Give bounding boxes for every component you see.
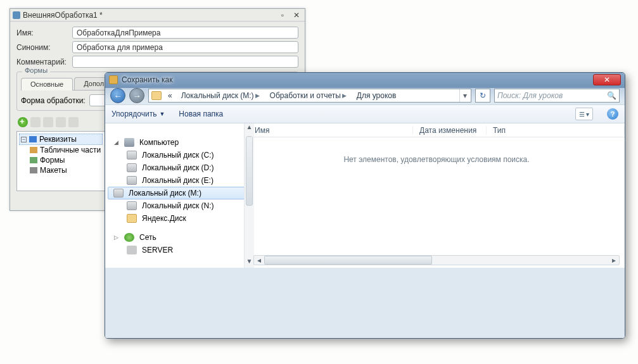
col-date[interactable]: Дата изменения bbox=[413, 126, 487, 135]
dialog-title: Сохранить как bbox=[122, 75, 593, 84]
filename-label: Имя файла: bbox=[117, 277, 174, 286]
designer-titlebar[interactable]: ВнешняяОбработка1 * ▫ ✕ bbox=[10, 9, 305, 22]
chevron-up-icon: ˄ bbox=[117, 322, 127, 332]
nav-yadisk[interactable]: Яндекс.Диск bbox=[105, 212, 248, 225]
view-mode-button[interactable]: ☰ ▾ bbox=[575, 108, 593, 120]
horizontal-scrollbar[interactable]: ◂▸ bbox=[253, 255, 620, 265]
add-icon[interactable] bbox=[18, 117, 28, 127]
nav-disk-c[interactable]: Локальный диск (C:) bbox=[105, 149, 248, 161]
nav-disk-n[interactable]: Локальный диск (N:) bbox=[105, 199, 248, 212]
tab-main[interactable]: Основные bbox=[21, 78, 73, 91]
search-icon[interactable]: 🔍 bbox=[607, 91, 616, 100]
navigation-pane[interactable]: ◢ Компьютер Локальный диск (C:) Локальны… bbox=[105, 123, 248, 268]
col-type[interactable]: Тип bbox=[487, 126, 625, 135]
save-button[interactable]: Сохранить bbox=[495, 319, 555, 334]
folder-icon bbox=[151, 91, 162, 100]
form-processing-label: Форма обработки: bbox=[21, 96, 86, 105]
comment-label: Комментарий: bbox=[16, 58, 68, 66]
nav-disk-m[interactable]: Локальный диск (M:) bbox=[108, 187, 245, 199]
requisites-icon bbox=[29, 136, 37, 142]
forms-icon bbox=[30, 157, 37, 163]
forms-legend: Формы bbox=[22, 66, 50, 74]
up-icon[interactable] bbox=[56, 117, 66, 127]
dialog-titlebar[interactable]: Сохранить как ✕ bbox=[105, 73, 625, 87]
file-fields: Имя файла: ОбработкаДляПримера.epf▾ Тип … bbox=[105, 268, 625, 313]
app-icon bbox=[13, 11, 20, 19]
disk-icon bbox=[127, 163, 137, 172]
col-name[interactable]: Имя bbox=[248, 126, 413, 135]
chevron-down-icon[interactable]: ▾ bbox=[605, 277, 609, 286]
tree-node-templates[interactable]: Макеты bbox=[19, 165, 103, 175]
hide-folders-link[interactable]: ˄ Скрыть папки bbox=[117, 322, 179, 332]
synonym-label: Синоним: bbox=[16, 43, 68, 52]
dialog-icon bbox=[109, 75, 118, 84]
help-button[interactable]: ? bbox=[607, 108, 618, 120]
nav-disk-d[interactable]: Локальный диск (D:) bbox=[105, 161, 248, 174]
filetype-label: Тип файла: bbox=[117, 295, 174, 304]
column-headers[interactable]: Имя Дата изменения Тип bbox=[248, 123, 625, 137]
crumb-disk[interactable]: Локальный диск (M:)▶ bbox=[177, 89, 265, 102]
close-icon[interactable]: ✕ bbox=[291, 10, 302, 20]
search-input[interactable]: Поиск: Для уроков 🔍 bbox=[494, 89, 620, 103]
nav-disk-e[interactable]: Локальный диск (E:) bbox=[105, 174, 248, 187]
address-dropdown[interactable]: ▾ bbox=[459, 89, 469, 102]
disk-icon bbox=[113, 189, 124, 198]
forward-button[interactable]: → bbox=[129, 88, 144, 103]
crumb-folder1[interactable]: Обработки и отчеты▶ bbox=[266, 89, 352, 102]
templates-icon bbox=[30, 167, 37, 173]
server-icon bbox=[127, 246, 137, 254]
restore-icon[interactable]: ▫ bbox=[277, 10, 288, 20]
yadisk-icon bbox=[127, 214, 137, 223]
dialog-body: ◢ Компьютер Локальный диск (C:) Локальны… bbox=[105, 123, 625, 268]
disk-icon bbox=[127, 201, 137, 210]
nav-network[interactable]: ▷ Сеть bbox=[105, 231, 248, 244]
close-button[interactable]: ✕ bbox=[593, 74, 621, 85]
back-button[interactable]: ← bbox=[110, 88, 125, 103]
file-list[interactable]: Имя Дата изменения Тип Нет элементов, уд… bbox=[248, 123, 625, 268]
nav-server[interactable]: SERVER bbox=[105, 244, 248, 256]
delete-icon[interactable] bbox=[43, 117, 53, 127]
down-icon[interactable] bbox=[68, 117, 79, 127]
tabular-icon bbox=[30, 147, 37, 153]
filename-input[interactable]: ОбработкаДляПримера.epf▾ bbox=[179, 275, 613, 289]
synonym-input[interactable]: Обработка для примера bbox=[72, 41, 298, 53]
new-folder-button[interactable]: Новая папка bbox=[179, 110, 223, 118]
save-as-dialog: Сохранить как ✕ ← → « Локальный диск (M:… bbox=[105, 72, 625, 339]
disk-icon bbox=[127, 151, 137, 160]
tree-node-forms[interactable]: Формы bbox=[19, 155, 103, 165]
comment-input[interactable] bbox=[72, 56, 298, 68]
tree-node-requisites[interactable]: − Реквизиты bbox=[19, 134, 103, 145]
empty-message: Нет элементов, удовлетворяющих условиям … bbox=[248, 137, 625, 164]
tree-node-tabular[interactable]: Табличные части bbox=[19, 145, 103, 155]
collapse-icon[interactable]: − bbox=[21, 137, 27, 142]
dialog-toolbar: Упорядочить ▼ Новая папка ☰ ▾ ? bbox=[105, 104, 625, 123]
cancel-button[interactable]: Отмена bbox=[560, 319, 613, 334]
name-label: Имя: bbox=[16, 28, 68, 37]
edit-icon[interactable] bbox=[30, 117, 41, 127]
crumb-root[interactable]: « bbox=[164, 89, 176, 102]
dialog-footer: ˄ Скрыть папки Сохранить Отмена bbox=[105, 313, 625, 339]
nav-computer[interactable]: ◢ Компьютер bbox=[105, 136, 248, 149]
name-input[interactable]: ОбработкаДляПримера bbox=[72, 27, 298, 39]
network-icon bbox=[124, 233, 134, 242]
crumb-folder2[interactable]: Для уроков bbox=[353, 89, 400, 102]
address-bar[interactable]: « Локальный диск (M:)▶ Обработки и отчет… bbox=[148, 89, 471, 103]
disk-icon bbox=[127, 176, 137, 185]
refresh-button[interactable]: ↻ bbox=[475, 89, 490, 103]
filetype-select[interactable]: Внешняя обработка (*.epf)▾ bbox=[179, 292, 613, 306]
search-placeholder: Поиск: Для уроков bbox=[497, 91, 563, 100]
organize-menu[interactable]: Упорядочить ▼ bbox=[112, 110, 165, 118]
computer-icon bbox=[124, 138, 134, 147]
object-tree[interactable]: − Реквизиты Табличные части Формы Макеты bbox=[16, 131, 105, 191]
window-title: ВнешняяОбработка1 * bbox=[23, 11, 274, 20]
nav-bar: ← → « Локальный диск (M:)▶ Обработки и о… bbox=[105, 87, 625, 104]
chevron-down-icon[interactable]: ▾ bbox=[605, 295, 609, 304]
